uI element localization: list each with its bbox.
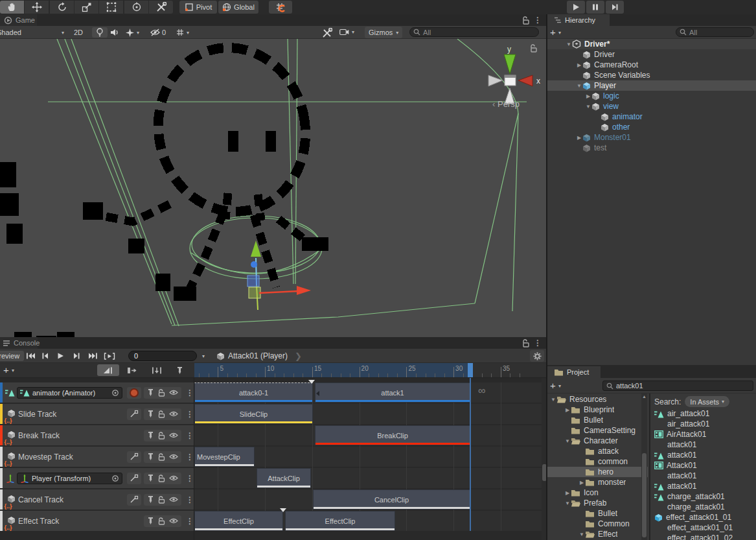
project-folder-hero[interactable]: hero — [547, 467, 648, 477]
expand-arrow-icon[interactable]: ▶ — [576, 135, 582, 141]
gizmo-xz-plane[interactable] — [249, 287, 260, 298]
mix-mode-button[interactable] — [97, 364, 119, 376]
scene-view[interactable]: y x ‹ Persp — [0, 39, 547, 337]
track-object-field[interactable]: Player (Transform) — [17, 473, 122, 484]
track-menu-icon[interactable]: ⋮ — [186, 388, 194, 397]
scale-tool-button[interactable] — [74, 1, 98, 14]
grid-snap-button[interactable] — [269, 1, 292, 14]
curves-button[interactable] — [127, 408, 141, 420]
marker-pin-button[interactable] — [176, 366, 183, 376]
move-tool-button[interactable] — [25, 1, 49, 14]
gizmo-xy-plane[interactable] — [247, 276, 259, 287]
2d-toggle-button[interactable]: 2D — [70, 27, 87, 38]
create-asset-caret-icon[interactable]: ▾ — [558, 383, 561, 389]
track-menu-icon[interactable]: ⋮ — [186, 452, 194, 462]
expand-arrow-icon[interactable]: ▶ — [564, 407, 571, 413]
scroll-up-icon[interactable]: ▲ — [642, 394, 647, 399]
project-folder-blueprint[interactable]: ▶Blueprint — [547, 405, 648, 415]
timeline-clip[interactable]: AttackClip — [257, 468, 311, 488]
track-lane[interactable] — [194, 468, 542, 488]
scene-tools-button[interactable] — [322, 28, 332, 40]
tab-console[interactable]: Console — [0, 337, 38, 349]
hierarchy-item-player[interactable]: ▼Player — [547, 80, 756, 91]
play-button[interactable] — [567, 1, 585, 14]
timeline-clip[interactable]: SlideClip — [194, 404, 313, 424]
object-picker-icon[interactable] — [111, 475, 119, 482]
grid-visibility-dropdown[interactable]: ▾ — [176, 29, 189, 36]
expand-arrow-icon[interactable]: ▼ — [576, 83, 582, 89]
audio-toggle-button[interactable] — [110, 29, 119, 38]
hierarchy-item-view[interactable]: ▼view — [547, 101, 756, 112]
track-menu-icon[interactable]: ⋮ — [186, 431, 194, 440]
axis-x-cone[interactable] — [518, 75, 533, 86]
project-folder-common[interactable]: common — [547, 456, 648, 467]
track-header-break-track[interactable]: {..}Break Track⋮ — [0, 425, 194, 445]
track-menu-icon[interactable]: ⋮ — [186, 517, 194, 526]
project-folder-camerasetting[interactable]: CameraSetting — [547, 425, 648, 436]
pivot-toggle-button[interactable]: Pivot — [179, 1, 217, 14]
project-folder-monster[interactable]: ▶monster — [547, 477, 648, 487]
add-track-caret-icon[interactable]: ▾ — [12, 368, 14, 373]
track-header-effect-track[interactable]: {..}Effect Track⋮ — [0, 511, 194, 531]
orientation-gizmo[interactable]: y x — [488, 45, 540, 104]
track-header-slide-track[interactable]: {..}Slide Track⋮ — [0, 404, 194, 424]
project-folder-attack[interactable]: attack — [547, 446, 648, 456]
timeline-clip[interactable]: CancelClip — [313, 489, 470, 510]
playhead-handle[interactable] — [468, 363, 473, 378]
project-folder-prefab[interactable]: ▼Prefab — [547, 498, 648, 508]
timeline-clip[interactable]: MovestepClip — [194, 447, 255, 467]
frame-field[interactable]: 0 — [128, 351, 197, 361]
hierarchy-search-input[interactable]: All — [676, 27, 754, 37]
lock-icon[interactable] — [158, 432, 165, 440]
go-to-start-button[interactable] — [26, 353, 36, 360]
expand-arrow-icon[interactable]: ▶ — [564, 490, 571, 496]
eye-icon[interactable] — [169, 497, 178, 502]
shading-mode-dropdown[interactable]: Shaded▾ — [0, 26, 67, 39]
clip-marker-icon[interactable] — [280, 508, 286, 512]
lock-icon[interactable] — [158, 517, 165, 525]
tab-hierarchy[interactable]: Hierarchy — [547, 14, 610, 26]
tab-project[interactable]: Project — [547, 366, 601, 378]
record-button[interactable] — [127, 387, 141, 399]
pin-icon[interactable] — [147, 431, 154, 440]
search-result-item[interactable]: attack01 — [654, 450, 756, 460]
expand-arrow-icon[interactable]: ▼ — [564, 500, 571, 506]
track-header-cancel-track[interactable]: {..}Cancel Track⋮ — [0, 489, 194, 510]
preview-toggle-button[interactable]: Preview — [0, 351, 24, 361]
step-button[interactable] — [606, 1, 624, 14]
pin-icon[interactable] — [147, 474, 154, 482]
project-folder-resources[interactable]: ▼Resources — [547, 394, 648, 405]
lock-icon[interactable] — [158, 410, 165, 418]
rect-tool-button[interactable] — [99, 1, 123, 14]
pin-icon[interactable] — [147, 410, 154, 418]
scene-camera-dropdown[interactable]: ▾ — [339, 29, 354, 36]
track-menu-icon[interactable]: ⋮ — [186, 474, 194, 483]
add-object-caret-icon[interactable]: ▾ — [558, 30, 561, 36]
expand-arrow-icon[interactable]: ▼ — [550, 397, 556, 403]
add-track-button[interactable]: + — [3, 364, 9, 375]
gizmos-dropdown[interactable]: Gizmos▾ — [365, 27, 402, 38]
timeline-clip[interactable]: EffectClip — [194, 511, 283, 531]
hierarchy-item-other[interactable]: other — [547, 122, 756, 132]
hierarchy-item-animator[interactable]: animator — [547, 112, 756, 122]
track-object-field[interactable]: animator (Animator) — [17, 387, 122, 399]
hierarchy-item-monster01[interactable]: ▶Monster01 — [547, 132, 756, 143]
axis-back-cone[interactable] — [488, 75, 503, 86]
expand-arrow-icon[interactable]: ▼ — [566, 41, 572, 47]
custom-tool-button[interactable] — [149, 1, 173, 14]
project-folder-character[interactable]: ▼Character — [547, 436, 648, 446]
rotate-tool-button[interactable] — [50, 1, 74, 14]
search-result-item[interactable]: attack01 — [654, 440, 756, 450]
expand-arrow-icon[interactable]: ▼ — [585, 104, 591, 110]
effects-dropdown[interactable]: ▾ — [126, 29, 139, 37]
project-tree-scrollbar[interactable]: ▲ — [641, 393, 647, 540]
curves-button[interactable] — [127, 451, 141, 463]
search-result-item[interactable]: Attack01 — [654, 460, 756, 471]
clip-marker-icon[interactable] — [308, 380, 315, 384]
project-folder-common[interactable]: Common — [547, 519, 648, 529]
gizmo-center-dot[interactable] — [251, 261, 257, 268]
track-header-animator-animator-[interactable]: animator (Animator)⋮ — [0, 382, 194, 403]
previous-frame-button[interactable] — [41, 353, 49, 360]
track-menu-icon[interactable]: ⋮ — [186, 495, 194, 504]
hierarchy-scene-row[interactable]: ▼Driver* — [547, 39, 756, 49]
